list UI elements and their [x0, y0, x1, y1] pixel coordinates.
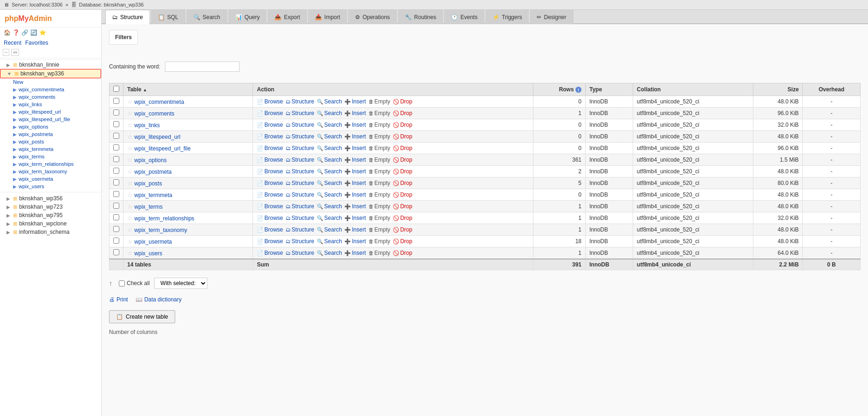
insert-link[interactable]: ➕ Insert: [344, 226, 366, 233]
row-checkbox[interactable]: [113, 191, 119, 197]
table-name-link[interactable]: wpix_commentmeta: [134, 99, 184, 105]
table-name-link[interactable]: wpix_terms: [134, 204, 163, 210]
more-icon[interactable]: ⭐: [39, 29, 46, 36]
insert-link[interactable]: ➕ Insert: [344, 238, 366, 245]
row-checkbox[interactable]: [113, 214, 119, 220]
tab-events[interactable]: 🕐 Events: [444, 10, 485, 24]
star-icon[interactable]: ☆: [127, 203, 133, 210]
empty-link[interactable]: 🗑 Empty: [369, 145, 390, 151]
tab-structure[interactable]: 🗂 Structure: [105, 10, 150, 24]
table-name-link[interactable]: wpix_links: [134, 122, 160, 129]
tab-triggers[interactable]: ⚡ Triggers: [485, 10, 529, 24]
star-icon[interactable]: ☆: [127, 250, 133, 257]
drop-link[interactable]: 🚫 Drop: [393, 168, 412, 175]
structure-link[interactable]: 🗂 Structure: [286, 122, 314, 128]
empty-link[interactable]: 🗑 Empty: [369, 238, 390, 245]
sidebar-table-wpix-term-taxonomy[interactable]: ▶ wpix_term_taxonomy: [0, 168, 101, 175]
expand-all-icon[interactable]: ⇔: [11, 49, 19, 56]
structure-link[interactable]: 🗂 Structure: [286, 157, 314, 163]
search-link[interactable]: 🔍 Search: [317, 250, 342, 256]
empty-link[interactable]: 🗑 Empty: [369, 180, 390, 186]
browse-link[interactable]: 📄 Browse: [257, 168, 283, 175]
drop-link[interactable]: 🚫 Drop: [393, 191, 412, 198]
row-checkbox[interactable]: [113, 249, 119, 255]
row-checkbox[interactable]: [113, 238, 119, 244]
sidebar-table-wpix-users[interactable]: ▶ wpix_users: [0, 183, 101, 190]
structure-link[interactable]: 🗂 Structure: [286, 226, 314, 233]
search-link[interactable]: 🔍 Search: [317, 168, 342, 175]
tab-export[interactable]: 📤 Export: [267, 10, 307, 24]
structure-link[interactable]: 🗂 Structure: [286, 250, 314, 256]
table-name-link[interactable]: wpix_litespeed_url_file: [134, 145, 191, 152]
tab-search[interactable]: 🔍 Search: [186, 10, 227, 24]
star-icon[interactable]: ☆: [127, 191, 133, 198]
insert-link[interactable]: ➕ Insert: [344, 122, 366, 128]
structure-link[interactable]: 🗂 Structure: [286, 110, 314, 116]
drop-link[interactable]: 🚫 Drop: [393, 122, 412, 128]
sidebar-item-bknskhan-wp795[interactable]: ▶ ⊞ bknskhan_wp795: [0, 211, 101, 219]
collapse-icon[interactable]: −: [3, 49, 9, 56]
row-checkbox[interactable]: [113, 226, 119, 232]
back-arrow-icon[interactable]: ↑: [109, 280, 112, 287]
drop-link[interactable]: 🚫 Drop: [393, 133, 412, 140]
search-link[interactable]: 🔍 Search: [317, 203, 342, 210]
sidebar-table-wpix-postmeta[interactable]: ▶ wpix_postmeta: [0, 130, 101, 138]
drop-link[interactable]: 🚫 Drop: [393, 203, 412, 210]
insert-link[interactable]: ➕ Insert: [344, 157, 366, 163]
sidebar-table-wpix-posts[interactable]: ▶ wpix_posts: [0, 138, 101, 145]
filters-label[interactable]: Filters: [115, 34, 132, 41]
browse-link[interactable]: 📄 Browse: [257, 133, 283, 140]
search-link[interactable]: 🔍 Search: [317, 110, 342, 116]
with-selected-dropdown[interactable]: With selected:: [154, 278, 207, 289]
browse-link[interactable]: 📄 Browse: [257, 226, 283, 233]
insert-link[interactable]: ➕ Insert: [344, 203, 366, 210]
insert-link[interactable]: ➕ Insert: [344, 145, 366, 151]
browse-link[interactable]: 📄 Browse: [257, 203, 283, 210]
star-icon[interactable]: ☆: [127, 110, 133, 117]
empty-link[interactable]: 🗑 Empty: [369, 191, 390, 198]
search-link[interactable]: 🔍 Search: [317, 145, 342, 151]
data-dictionary-link[interactable]: 📖 Data dictionary: [136, 296, 182, 303]
drop-link[interactable]: 🚫 Drop: [393, 238, 412, 245]
row-checkbox[interactable]: [113, 133, 119, 139]
sidebar-table-wpix-links[interactable]: ▶ wpix_links: [0, 101, 101, 108]
tab-import[interactable]: 📥 Import: [308, 10, 347, 24]
containing-input[interactable]: [165, 61, 239, 72]
star-icon[interactable]: ☆: [127, 98, 133, 105]
table-name-link[interactable]: wpix_comments: [134, 110, 174, 117]
empty-link[interactable]: 🗑 Empty: [369, 215, 390, 221]
browse-link[interactable]: 📄 Browse: [257, 215, 283, 221]
structure-link[interactable]: 🗂 Structure: [286, 180, 314, 186]
browse-link[interactable]: 📄 Browse: [257, 145, 283, 151]
drop-link[interactable]: 🚫 Drop: [393, 157, 412, 163]
drop-link[interactable]: 🚫 Drop: [393, 250, 412, 256]
sidebar-table-wpix-litespeed-url-file[interactable]: ▶ wpix_litespeed_url_file: [0, 116, 101, 123]
browse-link[interactable]: 📄 Browse: [257, 98, 283, 105]
browse-link[interactable]: 📄 Browse: [257, 191, 283, 198]
table-name-link[interactable]: wpix_termmeta: [134, 192, 172, 198]
drop-link[interactable]: 🚫 Drop: [393, 215, 412, 221]
empty-link[interactable]: 🗑 Empty: [369, 98, 390, 105]
search-link[interactable]: 🔍 Search: [317, 238, 342, 245]
browse-link[interactable]: 📄 Browse: [257, 157, 283, 163]
sidebar-table-wpix-terms[interactable]: ▶ wpix_terms: [0, 153, 101, 160]
star-icon[interactable]: ☆: [127, 145, 133, 152]
insert-link[interactable]: ➕ Insert: [344, 168, 366, 175]
sidebar-table-wpix-comments[interactable]: ▶ wpix_comments: [0, 93, 101, 101]
create-new-table-button[interactable]: 📋 Create new table: [109, 310, 175, 323]
sidebar-table-wpix-term-relationships[interactable]: ▶ wpix_term_relationships: [0, 160, 101, 168]
sidebar-item-new[interactable]: New: [0, 78, 101, 86]
insert-link[interactable]: ➕ Insert: [344, 180, 366, 186]
table-name-link[interactable]: wpix_postmeta: [134, 169, 171, 175]
browse-link[interactable]: 📄 Browse: [257, 180, 283, 186]
table-name-link[interactable]: wpix_term_taxonomy: [134, 227, 187, 233]
star-icon[interactable]: ☆: [127, 226, 133, 233]
search-link[interactable]: 🔍 Search: [317, 180, 342, 186]
search-link[interactable]: 🔍 Search: [317, 191, 342, 198]
print-link[interactable]: 🖨 Print: [109, 296, 128, 303]
insert-link[interactable]: ➕ Insert: [344, 110, 366, 116]
search-link[interactable]: 🔍 Search: [317, 98, 342, 105]
table-name-link[interactable]: wpix_term_relationships: [134, 215, 194, 222]
row-checkbox[interactable]: [113, 156, 119, 162]
empty-link[interactable]: 🗑 Empty: [369, 122, 390, 128]
